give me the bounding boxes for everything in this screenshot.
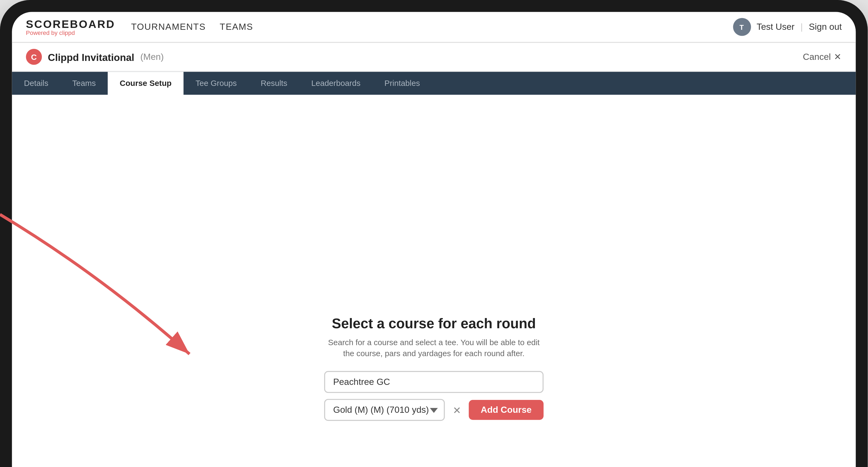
logo: SCOREBOARD Powered by clippd (26, 18, 115, 36)
tee-select-row: Gold (M) (M) (7010 yds) ✕ Add Course (324, 399, 544, 421)
nav-tournaments[interactable]: TOURNAMENTS (131, 22, 206, 32)
tab-tee-groups[interactable]: Tee Groups (184, 72, 249, 95)
course-search-input[interactable] (324, 371, 544, 393)
nav-teams[interactable]: TEAMS (220, 22, 253, 32)
main-content: Select a course for each round Search fo… (12, 95, 856, 467)
tab-teams[interactable]: Teams (60, 72, 108, 95)
tab-details[interactable]: Details (12, 72, 60, 95)
tournament-name: Clippd Invitational (48, 51, 134, 62)
tab-course-setup[interactable]: Course Setup (107, 72, 183, 95)
tee-clear-button[interactable]: ✕ (451, 405, 463, 416)
tab-leaderboards[interactable]: Leaderboards (299, 72, 373, 95)
cancel-button[interactable]: Cancel ✕ (803, 52, 842, 62)
tournament-header: C Clippd Invitational (Men) Cancel ✕ (12, 43, 856, 72)
section-title: Select a course for each round (332, 315, 536, 331)
user-area: T Test User | Sign out (733, 18, 842, 36)
signout-link[interactable]: Sign out (809, 22, 842, 32)
tournament-type: (Men) (141, 52, 164, 62)
avatar: T (733, 18, 751, 36)
tournament-icon: C (26, 49, 42, 65)
tab-printables[interactable]: Printables (373, 72, 432, 95)
tab-bar: Details Teams Course Setup Tee Groups Re… (12, 72, 856, 95)
user-name: Test User (756, 22, 795, 32)
tab-results[interactable]: Results (249, 72, 299, 95)
add-course-button[interactable]: Add Course (469, 400, 544, 420)
tee-select[interactable]: Gold (M) (M) (7010 yds) (324, 399, 445, 421)
top-nav: SCOREBOARD Powered by clippd TOURNAMENTS… (12, 12, 856, 43)
section-description: Search for a course and select a tee. Yo… (324, 337, 544, 359)
